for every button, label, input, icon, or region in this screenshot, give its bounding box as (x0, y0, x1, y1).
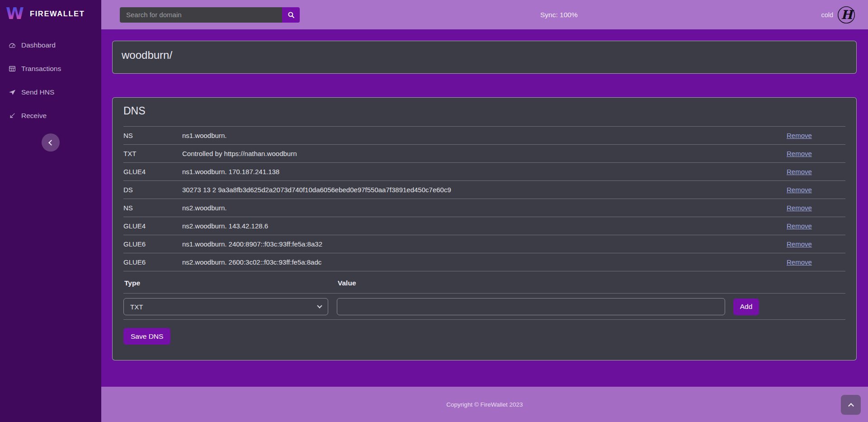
record-value: ns2.woodburn. 143.42.128.6 (182, 217, 787, 235)
dns-record-row: GLUE6 ns1.woodburn. 2400:8907::f03c:93ff… (123, 235, 845, 253)
record-type: GLUE6 (123, 235, 182, 253)
table-icon (8, 65, 16, 73)
wallet-indicator[interactable]: cold H (821, 6, 855, 24)
remove-link[interactable]: Remove (787, 186, 812, 194)
brand-name: FIREWALLET (30, 9, 85, 18)
sidebar-item-label: Send HNS (21, 88, 54, 96)
record-type: NS (123, 199, 182, 217)
dns-table-body: NS ns1.woodburn. Remove TXT Controlled b… (123, 127, 845, 271)
record-value-input[interactable] (337, 298, 725, 315)
dns-section-title: DNS (123, 105, 845, 117)
record-action-cell: Remove (787, 199, 845, 217)
record-type: GLUE4 (123, 163, 182, 181)
dns-record-row: TXT Controlled by https://nathan.woodbur… (123, 145, 845, 163)
remove-link[interactable]: Remove (787, 240, 812, 248)
sidebar-item-label: Dashboard (21, 41, 56, 49)
record-action-cell: Remove (787, 217, 845, 235)
remove-link[interactable]: Remove (787, 204, 812, 212)
remove-link[interactable]: Remove (787, 150, 812, 157)
svg-text:H: H (841, 8, 854, 22)
chevron-left-icon (48, 140, 54, 146)
record-action-cell: Remove (787, 235, 845, 253)
record-value: Controlled by https://nathan.woodburn (182, 145, 787, 163)
main-content: woodburn/ DNS NS ns1.woodburn. Remove TX… (101, 30, 868, 387)
sidebar-item-receive[interactable]: Receive (0, 104, 101, 128)
record-action-cell: Remove (787, 253, 845, 271)
sidebar-item-label: Receive (21, 112, 47, 120)
brand: W FIREWALLET (0, 0, 101, 27)
sidebar-item-transactions[interactable]: Transactions (0, 57, 101, 81)
record-value: ns1.woodburn. (182, 127, 787, 145)
sidebar-collapse-button[interactable] (42, 133, 60, 152)
sidebar-item-dashboard[interactable]: Dashboard (0, 33, 101, 57)
selected-record-type: TXT (130, 303, 143, 311)
save-dns-button[interactable]: Save DNS (123, 328, 170, 345)
search-button[interactable] (282, 7, 300, 23)
page-title: woodburn/ (122, 49, 847, 62)
gauge-icon (8, 41, 16, 49)
record-type: TXT (123, 145, 182, 163)
handshake-icon: H (837, 6, 855, 24)
record-action-cell: Remove (787, 163, 845, 181)
send-icon (8, 88, 16, 96)
type-column-header: Type (123, 279, 337, 287)
remove-link[interactable]: Remove (787, 222, 812, 230)
record-value: ns2.woodburn. 2600:3c02::f03c:93ff:fe5a:… (182, 253, 787, 271)
dns-form-headers: Type Value (123, 271, 845, 294)
record-type: DS (123, 181, 182, 199)
add-record-button[interactable]: Add (733, 299, 759, 315)
remove-link[interactable]: Remove (787, 132, 812, 139)
dns-record-row: GLUE4 ns1.woodburn. 170.187.241.138 Remo… (123, 163, 845, 181)
remove-link[interactable]: Remove (787, 258, 812, 266)
sidebar-nav: Dashboard Transactions Send HNS (0, 33, 101, 128)
record-action-cell: Remove (787, 181, 845, 199)
record-value: ns2.woodburn. (182, 199, 787, 217)
sidebar-item-label: Transactions (21, 65, 61, 73)
wallet-name: cold (821, 11, 833, 19)
firewallet-logo-icon: W (5, 4, 24, 23)
domain-search (120, 7, 300, 23)
dns-record-row: NS ns2.woodburn. Remove (123, 199, 845, 217)
receive-icon (8, 112, 16, 120)
topbar: Sync: 100% cold H (101, 0, 868, 30)
record-value: ns1.woodburn. 2400:8907::f03c:93ff:fe5a:… (182, 235, 787, 253)
record-action-cell: Remove (787, 127, 845, 145)
record-type-select[interactable]: TXT (123, 298, 328, 315)
chevron-down-icon (317, 303, 322, 308)
remove-link[interactable]: Remove (787, 168, 812, 175)
scroll-to-top-button[interactable] (841, 395, 861, 415)
search-icon (287, 11, 295, 19)
app-root: W FIREWALLET Dashboard Transactions (0, 0, 868, 422)
dns-record-row: NS ns1.woodburn. Remove (123, 127, 845, 145)
sync-status: Sync: 100% (540, 11, 578, 19)
footer: Copyright © FireWallet 2023 (101, 387, 868, 422)
svg-text:W: W (6, 4, 24, 23)
record-type: GLUE4 (123, 217, 182, 235)
dns-records-table: NS ns1.woodburn. Remove TXT Controlled b… (123, 126, 845, 271)
record-value: ns1.woodburn. 170.187.241.138 (182, 163, 787, 181)
sidebar: W FIREWALLET Dashboard Transactions (0, 0, 101, 422)
record-type: NS (123, 127, 182, 145)
domain-title-card: woodburn/ (112, 41, 857, 74)
sidebar-item-send-hns[interactable]: Send HNS (0, 81, 101, 104)
dns-record-row: DS 30273 13 2 9a3a8fb3d625d2a2073d740f10… (123, 181, 845, 199)
value-column-header: Value (337, 279, 356, 287)
dns-record-row: GLUE4 ns2.woodburn. 143.42.128.6 Remove (123, 217, 845, 235)
copyright-text: Copyright © FireWallet 2023 (446, 401, 523, 408)
dns-add-record-form: TXT Add (123, 294, 845, 320)
record-value: 30273 13 2 9a3a8fb3d625d2a2073d740f10da6… (182, 181, 787, 199)
record-action-cell: Remove (787, 145, 845, 163)
dns-card: DNS NS ns1.woodburn. Remove TXT Controll… (112, 97, 857, 360)
search-input[interactable] (120, 7, 282, 23)
dns-record-row: GLUE6 ns2.woodburn. 2600:3c02::f03c:93ff… (123, 253, 845, 271)
record-type: GLUE6 (123, 253, 182, 271)
chevron-up-icon (848, 403, 854, 409)
